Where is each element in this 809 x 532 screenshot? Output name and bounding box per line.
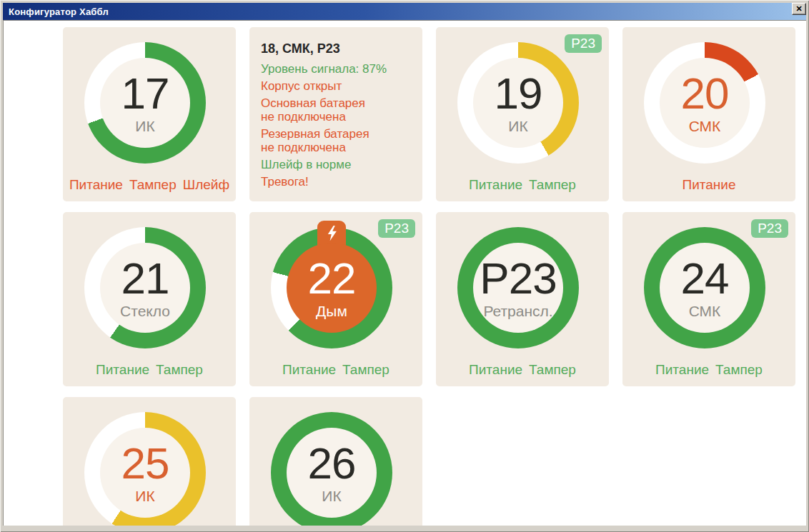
sensor-card[interactable]: 17 ИК ПитаниеТамперШлейф	[63, 27, 236, 201]
sensor-disc: Р23 Ретрансл.	[473, 243, 563, 333]
client-area: 17 ИК ПитаниеТамперШлейф 18, СМК, Р23 Ур…	[3, 20, 806, 526]
status-word: Тампер	[342, 362, 389, 378]
sensor-number: 20	[681, 71, 729, 116]
sensor-type-label: Дым	[316, 303, 347, 319]
sensor-disc: 25 ИК	[100, 428, 190, 518]
repeater-badge: Р23	[565, 34, 602, 53]
sensor-card[interactable]: 19 ИК Р23 ПитаниеТампер	[436, 27, 609, 201]
status-word: Шлейф	[183, 177, 229, 193]
status-word: Тампер	[529, 177, 576, 193]
sensor-number: 19	[495, 71, 542, 116]
sensor-card[interactable]: 20 СМК Питание	[622, 27, 795, 201]
sensor-type-label: ИК	[135, 118, 154, 134]
sensor-disc: 24 СМК	[660, 243, 750, 333]
sensor-number: 17	[121, 71, 169, 116]
sensor-type-label: СМК	[689, 118, 721, 134]
status-word: Питание	[282, 362, 336, 378]
app-window: Конфигуратор Хаббл ✕ 17 ИК ПитаниеТампер…	[0, 0, 809, 532]
status-line: ПитаниеТампер	[63, 362, 236, 378]
sensor-number: 25	[121, 441, 169, 486]
status-word: Питание	[69, 177, 123, 193]
status-line: ПитаниеТампер	[436, 177, 609, 193]
sensor-disc: 26 ИК	[287, 428, 377, 518]
sensor-disc: 17 ИК	[100, 58, 190, 148]
sensor-card[interactable]: 24 СМК Р23 ПитаниеТампер	[622, 212, 795, 386]
sensor-number: 26	[308, 441, 356, 486]
sensor-disc: 19 ИК	[473, 58, 563, 148]
status-message: Шлейф в норме	[261, 158, 411, 171]
status-message: Корпус открыт	[261, 79, 411, 93]
status-word: Тампер	[529, 362, 576, 378]
sensor-type-label: Стекло	[120, 303, 170, 319]
sensor-disc: 21 Стекло	[100, 243, 190, 333]
status-message: Основная батарея не подключена	[261, 96, 411, 124]
close-icon: ✕	[795, 4, 802, 14]
sensor-type-label: СМК	[689, 303, 721, 319]
sensor-type-label: ИК	[508, 118, 527, 134]
status-line: ПитаниеТампер	[436, 362, 609, 378]
close-button[interactable]: ✕	[792, 3, 806, 15]
card-grid: 17 ИК ПитаниеТамперШлейф 18, СМК, Р23 Ур…	[63, 27, 795, 526]
status-word: Тампер	[156, 362, 203, 378]
status-word: Питание	[96, 362, 149, 378]
sensor-number: 21	[121, 256, 169, 301]
status-word: Питание	[655, 362, 709, 378]
status-line: Питание	[622, 177, 795, 193]
sensor-disc: 22 Дым	[287, 243, 377, 333]
status-message: Тревога!	[261, 175, 411, 189]
sensor-type-label: Ретрансл.	[483, 303, 552, 319]
sensor-type-label: ИК	[322, 488, 341, 504]
status-word: Питание	[683, 177, 736, 193]
repeater-badge: Р23	[751, 219, 788, 238]
status-message: Резервная батарея не подключена	[261, 127, 411, 154]
sensor-number: 24	[681, 256, 729, 301]
detail-messages: Уровень сигнала: 87%Корпус открытОсновна…	[261, 62, 411, 189]
status-message: Уровень сигнала: 87%	[261, 62, 411, 76]
status-word: Питание	[469, 362, 522, 378]
sensor-card[interactable]: 25 ИК	[63, 397, 236, 526]
sensor-card[interactable]: 26 ИК	[249, 397, 422, 526]
sensor-number: 22	[308, 256, 356, 301]
sensor-disc: 20 СМК	[660, 58, 750, 148]
status-word: Тампер	[715, 362, 763, 378]
repeater-badge: Р23	[378, 219, 415, 238]
status-line: ПитаниеТамперШлейф	[63, 177, 236, 193]
detail-title: 18, СМК, Р23	[261, 41, 411, 56]
sensor-card[interactable]: Р23 Ретрансл. ПитаниеТампер	[436, 212, 609, 386]
status-word: Питание	[469, 177, 522, 193]
sensor-number: Р23	[480, 256, 556, 301]
sensor-type-label: ИК	[135, 488, 154, 504]
lightning-icon	[326, 225, 338, 241]
sensor-detail-card[interactable]: 18, СМК, Р23 Уровень сигнала: 87%Корпус …	[249, 27, 422, 201]
sensor-card[interactable]: 22 Дым Р23 ПитаниеТампер	[249, 212, 422, 386]
title-bar[interactable]: Конфигуратор Хаббл	[3, 3, 806, 20]
status-line: ПитаниеТампер	[249, 362, 422, 378]
sensor-card[interactable]: 21 Стекло ПитаниеТампер	[63, 212, 236, 386]
status-word: Тампер	[129, 177, 177, 193]
window-title: Конфигуратор Хаббл	[9, 6, 109, 17]
status-line: ПитаниеТампер	[622, 362, 795, 378]
